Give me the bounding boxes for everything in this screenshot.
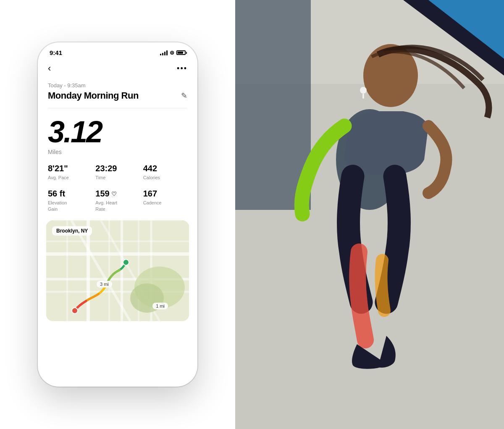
status-icons: ⊜ (160, 50, 186, 56)
athlete-illustration (235, 0, 504, 429)
distance-section: 3.12 Miles (38, 117, 197, 164)
stat-heart-rate-value: 159 ♡ (95, 189, 139, 199)
stat-time-value: 23:29 (95, 164, 139, 173)
stat-calories-value: 442 (143, 164, 187, 173)
svg-rect-25 (362, 94, 364, 99)
stat-heart-rate: 159 ♡ Avg. HeartRate (95, 189, 139, 212)
stat-calories-label: Calories (143, 175, 187, 180)
stat-avg-pace-value: 8'21" (48, 164, 92, 173)
run-header: Today - 9:35am Monday Morning Run ✎ (38, 79, 197, 108)
stat-elevation-label: ElevationGain (48, 200, 92, 212)
stat-calories: 442 Calories (143, 164, 187, 180)
right-panel (235, 0, 504, 429)
stat-heart-rate-label: Avg. HeartRate (95, 200, 139, 212)
divider (48, 108, 187, 108)
stats-grid: 8'21" Avg. Pace 23:29 Time 442 Calories … (38, 164, 197, 212)
svg-point-15 (123, 259, 129, 265)
status-time: 9:41 (50, 49, 62, 56)
stat-elevation: 56 ft ElevationGain (48, 189, 92, 212)
nav-bar: ‹ ••• (38, 60, 197, 79)
stat-avg-pace: 8'21" Avg. Pace (48, 164, 92, 180)
svg-point-16 (72, 308, 78, 314)
map-location-label: Brooklyn, NY (52, 226, 92, 235)
left-panel: 9:41 ⊜ ‹ ••• (0, 0, 235, 429)
more-button[interactable]: ••• (177, 64, 187, 73)
signal-icon (160, 50, 168, 55)
stat-cadence: 167 Cadence (143, 189, 187, 212)
map-section: Brooklyn, NY 3 mi 1 mi (46, 220, 189, 321)
map-mile-marker-3: 3 mi (97, 281, 112, 288)
stat-avg-pace-label: Avg. Pace (48, 175, 92, 180)
distance-unit: Miles (48, 149, 187, 155)
stat-elevation-value: 56 ft (48, 189, 92, 199)
edit-button[interactable]: ✎ (181, 91, 187, 100)
wifi-icon: ⊜ (170, 50, 174, 56)
stat-cadence-value: 167 (143, 189, 187, 199)
back-button[interactable]: ‹ (48, 63, 51, 74)
status-bar: 9:41 ⊜ (38, 42, 197, 60)
stat-time-label: Time (95, 175, 139, 180)
svg-point-24 (360, 87, 367, 94)
heart-icon: ♡ (111, 191, 117, 197)
run-title: Monday Morning Run (48, 90, 139, 101)
map-mile-marker-1: 1 mi (152, 303, 168, 309)
run-date: Today - 9:35am (48, 82, 187, 89)
stat-cadence-label: Cadence (143, 200, 187, 206)
battery-icon (176, 50, 186, 55)
phone-mockup: 9:41 ⊜ ‹ ••• (38, 42, 197, 387)
stat-time: 23:29 Time (95, 164, 139, 180)
distance-value: 3.12 (48, 117, 187, 147)
